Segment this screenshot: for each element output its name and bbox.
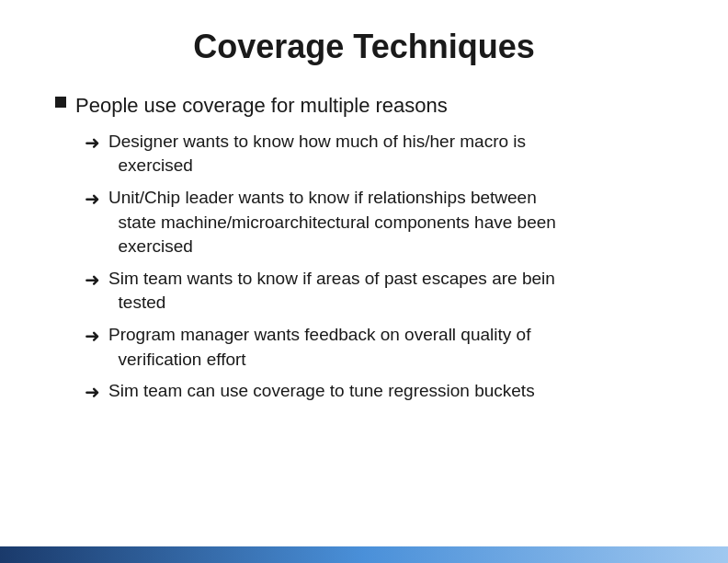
sub-bullets-list: ➜ Designer wants to know how much of his…: [85, 130, 691, 405]
sub-bullet-3: ➜ Sim team wants to know if areas of pas…: [85, 267, 691, 316]
sub-bullet-text-5: Sim team can use coverage to tune regres…: [108, 379, 535, 404]
arrow-icon-1: ➜: [85, 130, 105, 155]
arrow-icon-5: ➜: [85, 379, 105, 405]
sub-bullet-text-2: Unit/Chip leader wants to know if relati…: [108, 186, 556, 259]
sub-bullet-2: ➜ Unit/Chip leader wants to know if rela…: [85, 186, 691, 259]
sub-bullet-5: ➜ Sim team can use coverage to tune regr…: [85, 379, 691, 405]
sub-bullet-4: ➜ Program manager wants feedback on over…: [85, 323, 691, 372]
bullet-square-icon: [55, 97, 66, 108]
slide-content: People use coverage for multiple reasons…: [37, 92, 691, 405]
sub-bullet-text-4: Program manager wants feedback on overal…: [108, 323, 530, 372]
slide: Coverage Techniques People use coverage …: [0, 0, 728, 563]
sub-bullet-1: ➜ Designer wants to know how much of his…: [85, 130, 691, 178]
arrow-icon-3: ➜: [85, 267, 105, 293]
arrow-icon-2: ➜: [85, 186, 105, 212]
main-bullet: People use coverage for multiple reasons: [55, 92, 691, 121]
main-bullet-text: People use coverage for multiple reasons: [75, 92, 448, 121]
slide-title: Coverage Techniques: [37, 28, 691, 66]
bottom-bar: [0, 546, 728, 563]
sub-bullet-text-1: Designer wants to know how much of his/h…: [108, 130, 526, 178]
arrow-icon-4: ➜: [85, 323, 105, 349]
sub-bullet-text-3: Sim team wants to know if areas of past …: [108, 267, 555, 316]
